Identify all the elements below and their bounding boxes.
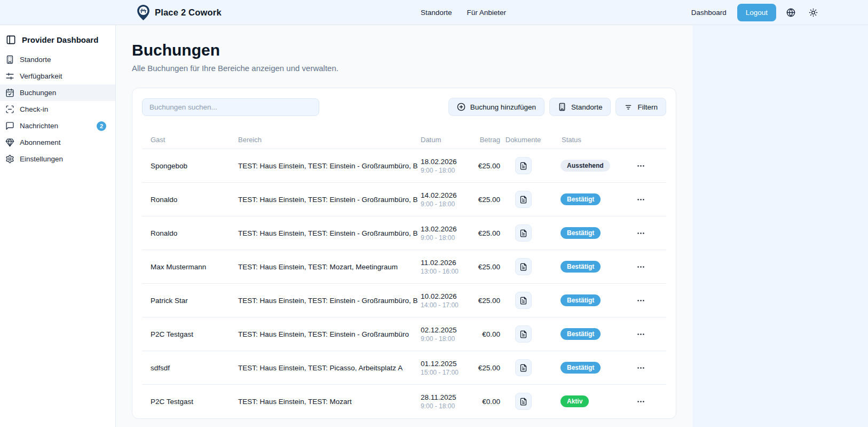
gem-icon bbox=[5, 138, 14, 147]
document-button[interactable] bbox=[515, 224, 532, 242]
row-menu-button[interactable] bbox=[634, 260, 648, 274]
sliders-icon bbox=[5, 72, 14, 81]
filter-button[interactable]: Filtern bbox=[616, 98, 666, 116]
sidebar-item-standorte[interactable]: Standorte bbox=[0, 51, 115, 68]
area-cell: TEST: Haus Einstein, TEST: Mozart bbox=[238, 398, 421, 406]
sidebar-item-label: Einstellungen bbox=[20, 155, 63, 163]
row-menu-button[interactable] bbox=[634, 294, 648, 307]
amount-cell: €0.00 bbox=[472, 398, 500, 406]
document-button[interactable] bbox=[515, 325, 532, 343]
document-button[interactable] bbox=[515, 258, 532, 275]
sidebar-item-abonnement[interactable]: Abonnement bbox=[0, 134, 115, 151]
sidebar-item-einstellungen[interactable]: Einstellungen bbox=[0, 151, 115, 167]
date-value: 13.02.2026 bbox=[421, 225, 472, 233]
row-menu-button[interactable] bbox=[634, 159, 648, 173]
column-header-betrag: Betrag bbox=[472, 136, 500, 149]
document-button[interactable] bbox=[515, 393, 532, 410]
sidebar-item-label: Buchungen bbox=[20, 89, 56, 97]
table-row: P2C Testgast TEST: Haus Einstein, TEST: … bbox=[142, 384, 666, 418]
theme-toggle-button[interactable] bbox=[809, 8, 818, 17]
row-menu-button[interactable] bbox=[634, 193, 648, 206]
status-badge: Bestätigt bbox=[561, 193, 601, 205]
amount-cell: €25.00 bbox=[472, 263, 500, 271]
document-button[interactable] bbox=[515, 359, 532, 376]
sidebar-item-verfuegbarkeit[interactable]: Verfügbarkeit bbox=[0, 68, 115, 84]
language-globe-button[interactable] bbox=[786, 8, 795, 17]
date-value: 18.02.2026 bbox=[421, 158, 472, 166]
area-cell: TEST: Haus Einstein, TEST: Einstein - Gr… bbox=[238, 196, 421, 204]
locations-button[interactable]: Standorte bbox=[549, 98, 611, 116]
table-row: Max Mustermann TEST: Haus Einstein, TEST… bbox=[142, 250, 666, 283]
sidebar-item-label: Abonnement bbox=[20, 138, 61, 146]
calendar-check-icon bbox=[5, 88, 14, 97]
time-range: 9:00 - 18:00 bbox=[421, 200, 472, 208]
nav-right-group: Dashboard Logout bbox=[691, 0, 818, 25]
date-cell: 01.12.2025 15:00 - 17:00 bbox=[421, 360, 472, 376]
column-header-status: Status bbox=[546, 136, 621, 149]
status-badge: Bestätigt bbox=[561, 227, 601, 239]
bookings-card: Buchung hinzufügen Standorte Filter bbox=[132, 88, 676, 419]
ellipsis-icon bbox=[636, 262, 645, 271]
toolbar-buttons: Buchung hinzufügen Standorte Filter bbox=[448, 98, 666, 116]
file-text-icon bbox=[519, 263, 527, 271]
ellipsis-icon bbox=[636, 296, 645, 305]
sidebar-title: Provider Dashboard bbox=[22, 35, 98, 44]
sidebar-collapse-button[interactable] bbox=[6, 35, 16, 45]
nav-link-standorte[interactable]: Standorte bbox=[421, 9, 452, 17]
ellipsis-icon bbox=[636, 229, 645, 238]
document-button[interactable] bbox=[515, 292, 532, 309]
document-button[interactable] bbox=[515, 157, 532, 174]
column-header-bereich: Bereich bbox=[238, 136, 421, 149]
sidebar-item-nachrichten[interactable]: Nachrichten 2 bbox=[0, 118, 115, 134]
nav-link-dashboard[interactable]: Dashboard bbox=[691, 9, 727, 17]
date-value: 14.02.2026 bbox=[421, 191, 472, 199]
main-content: Buchungen Alle Buchungen für Ihre Bereic… bbox=[116, 25, 692, 427]
area-cell: TEST: Haus Einstein, TEST: Einstein - Gr… bbox=[238, 229, 421, 237]
nav-link-fuer-anbieter[interactable]: Für Anbieter bbox=[467, 9, 507, 17]
search-input[interactable] bbox=[142, 98, 319, 116]
date-cell: 18.02.2026 9:00 - 18:00 bbox=[421, 158, 472, 174]
logout-button[interactable]: Logout bbox=[737, 4, 776, 21]
sidebar-header: Provider Dashboard bbox=[0, 29, 115, 51]
date-cell: 28.11.2025 9:00 - 18:00 bbox=[421, 393, 472, 410]
status-badge: Bestätigt bbox=[561, 294, 601, 306]
sidebar-item-label: Verfügbarkeit bbox=[20, 72, 62, 80]
file-text-icon bbox=[519, 229, 527, 237]
file-text-icon bbox=[519, 297, 527, 305]
status-badge: Bestätigt bbox=[561, 261, 601, 273]
logo-pin-icon bbox=[137, 5, 150, 20]
row-menu-button[interactable] bbox=[634, 395, 648, 408]
status-badge: Ausstehend bbox=[561, 160, 610, 172]
time-range: 9:00 - 18:00 bbox=[421, 402, 472, 410]
amount-cell: €25.00 bbox=[472, 162, 500, 170]
gear-icon bbox=[5, 154, 14, 164]
guest-cell: P2C Testgast bbox=[142, 330, 238, 338]
date-value: 01.12.2025 bbox=[421, 360, 472, 368]
time-range: 9:00 - 18:00 bbox=[421, 335, 472, 343]
building-icon bbox=[558, 103, 566, 111]
column-header-dokumente: Dokumente bbox=[500, 136, 546, 149]
guest-cell: Patrick Star bbox=[142, 297, 238, 305]
time-range: 9:00 - 18:00 bbox=[421, 167, 472, 174]
document-button[interactable] bbox=[515, 191, 532, 208]
date-cell: 10.02.2026 14:00 - 17:00 bbox=[421, 292, 472, 309]
guest-cell: Max Mustermann bbox=[142, 263, 238, 271]
guest-cell: Ronaldo bbox=[142, 196, 238, 204]
area-cell: TEST: Haus Einstein, TEST: Einstein - Gr… bbox=[238, 330, 421, 338]
add-booking-button[interactable]: Buchung hinzufügen bbox=[448, 98, 545, 116]
table-row: Spongebob TEST: Haus Einstein, TEST: Ein… bbox=[142, 149, 666, 182]
bookings-table: Gast Bereich Datum Betrag Dokumente Stat… bbox=[132, 116, 676, 418]
sidebar-item-check-in[interactable]: Check-in bbox=[0, 101, 115, 118]
brand[interactable]: Place 2 Cowork bbox=[137, 0, 222, 25]
sidebar-item-buchungen[interactable]: Buchungen bbox=[0, 84, 115, 101]
amount-cell: €0.00 bbox=[472, 330, 500, 338]
locations-label: Standorte bbox=[571, 103, 603, 111]
row-menu-button[interactable] bbox=[634, 227, 648, 240]
row-menu-button[interactable] bbox=[634, 328, 648, 341]
sun-icon bbox=[809, 8, 818, 17]
time-range: 15:00 - 17:00 bbox=[421, 369, 472, 376]
globe-icon bbox=[786, 8, 795, 17]
row-menu-button[interactable] bbox=[634, 361, 648, 375]
area-cell: TEST: Haus Einstein, TEST: Einstein - Gr… bbox=[238, 162, 421, 170]
status-badge: Bestätigt bbox=[561, 362, 601, 374]
